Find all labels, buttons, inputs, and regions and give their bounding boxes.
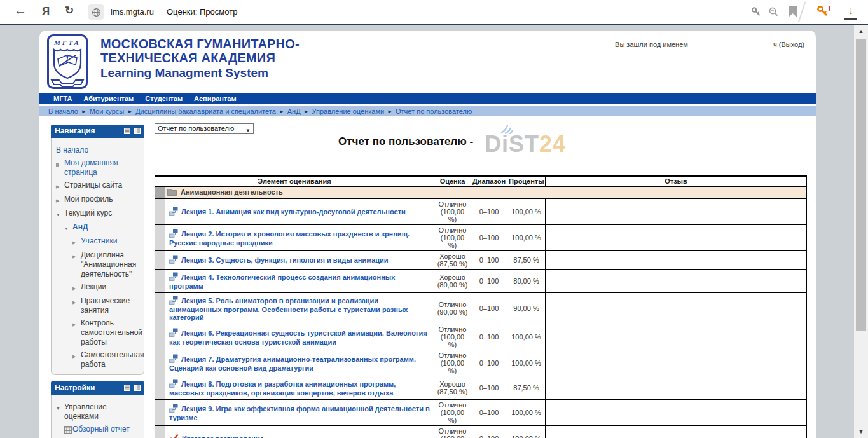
scroll-down-icon[interactable]: ▼ (854, 428, 868, 435)
bookmark-icon[interactable] (789, 6, 797, 20)
page-search-icon[interactable] (768, 6, 780, 20)
sidebar-item-current-course[interactable]: ▼Текущий курс (56, 209, 141, 219)
table-row: Итоговое тестирование Отлично(100,00 %) … (155, 426, 807, 438)
lesson-icon (169, 404, 178, 414)
chevron-right-icon[interactable]: ▶ (72, 318, 81, 347)
navigation-tree: В начало Моя домашняя страница ▶Страницы… (51, 138, 144, 375)
feedback-cell (546, 400, 807, 426)
grade-item-link[interactable]: Лекция 6. Рекреационная сущность туристс… (169, 329, 427, 346)
back-arrow-icon[interactable]: ← (14, 3, 27, 18)
logout-link[interactable]: ч (Выход) (773, 41, 804, 48)
dist24-watermark: DiST24 (485, 131, 566, 158)
breadcrumb-separator-icon: ► (81, 109, 86, 114)
grade-item-link[interactable]: Лекция 2. История и хронология массовых … (169, 230, 410, 247)
chevron-right-icon[interactable]: ▶ (72, 250, 81, 279)
mgta-logo: МГТА (47, 34, 88, 92)
breadcrumb-home[interactable]: В начало (48, 107, 78, 115)
sidebar-item-lectures[interactable]: ▶Лекции (72, 282, 141, 293)
sidebar-item-my-courses[interactable]: ▶Мои курсы (56, 373, 141, 375)
chevron-right-icon[interactable]: ▶ (56, 373, 64, 375)
alert-badge: ! (828, 4, 830, 13)
dock-block-icon[interactable] (134, 128, 141, 134)
chevron-right-icon[interactable]: ▶ (56, 195, 64, 205)
chevron-right-icon[interactable]: ▶ (72, 350, 81, 369)
breadcrumb-grade-admin[interactable]: Управление оценками (312, 107, 385, 115)
indent-cell (155, 426, 165, 438)
breadcrumb-separator-icon: ► (304, 109, 309, 114)
grade-item-link[interactable]: Лекция 7. Драматургия анимационно-театра… (169, 355, 416, 372)
chevron-right-icon[interactable]: ▶ (56, 181, 64, 191)
report-type-select[interactable]: Отчет по пользователю ▼ (155, 123, 254, 134)
yandex-logo[interactable]: Я (42, 5, 50, 18)
key-icon[interactable] (750, 6, 762, 20)
lesson-icon (169, 328, 178, 338)
password-alert-icon[interactable] (816, 5, 829, 20)
navigation-block-header: Навигация (51, 125, 144, 138)
breadcrumb: В начало►Мои курсы►Дисциплины бакалавриа… (39, 106, 816, 116)
grade-report-page: { "browser": { "url": "lms.mgta.ru", "pa… (0, 0, 868, 438)
settings-block-header: Настройки (51, 381, 144, 395)
sidebar-item-control[interactable]: ▶Контроль самостоятельной работы (72, 318, 141, 347)
grade-item-link[interactable]: Лекция 4. Технологический процесс создан… (169, 273, 395, 290)
table-row: Лекция 3. Сущность, функция, типология и… (155, 251, 807, 270)
sidebar-item-practical[interactable]: ▶Практические занятия (72, 296, 141, 315)
sidebar-item-grader-report[interactable]: Обзорный отчет (64, 425, 141, 436)
collapse-block-icon[interactable] (124, 385, 130, 391)
col-header-range: Диапазон (471, 176, 507, 186)
refresh-icon[interactable]: ↻ (65, 4, 74, 17)
lesson-icon (169, 379, 178, 389)
table-row: Лекция 2. История и хронология массовых … (155, 225, 807, 251)
sidebar-item-discipline[interactable]: ▶Дисциплина "Анимационная деятельность" (72, 250, 141, 279)
sidebar-item-participants[interactable]: ▶Участники (72, 236, 141, 247)
sidebar-item-selfwork[interactable]: ▶Самостоятельная работа (72, 350, 141, 369)
download-icon[interactable]: ↓ (844, 4, 857, 20)
breadcrumb-disciplines[interactable]: Дисциплины бакалавриата и специалитета (135, 107, 276, 115)
grade-item-link[interactable]: Лекция 3. Сущность, функция, типология и… (181, 256, 389, 264)
chevron-down-icon[interactable]: ▼ (64, 222, 72, 233)
indent-cell (155, 293, 165, 324)
settings-block-title: Настройки (55, 383, 95, 392)
table-row: Лекция 6. Рекреационная сущность туристс… (155, 324, 807, 350)
sidebar-item-home[interactable]: В начало (56, 146, 141, 155)
breadcrumb-separator-icon: ► (387, 109, 392, 114)
nav-item-abiturientam[interactable]: Абитуриентам (83, 93, 134, 104)
grade-item-link[interactable]: Итоговое тестирование (182, 435, 264, 438)
table-row: Лекция 7. Драматургия анимационно-театра… (155, 350, 807, 376)
page-scrollbar[interactable]: ▲ ▼ (854, 25, 868, 438)
category-row: Анимационная деятельность (155, 186, 807, 199)
breadcrumb-user-report[interactable]: Отчет по пользователю (396, 107, 472, 115)
sidebar-item-site-pages[interactable]: ▶Страницы сайта (56, 181, 141, 191)
report-table-icon (64, 425, 72, 436)
sidebar-item-my-home[interactable]: Моя домашняя страница (56, 158, 141, 177)
breadcrumb-my-courses[interactable]: Мои курсы (90, 107, 124, 115)
nav-item-mgta[interactable]: МГТА (53, 93, 72, 104)
chevron-down-icon[interactable]: ▼ (56, 402, 64, 421)
grade-item-link[interactable]: Лекция 9. Игра как эффективная форма ани… (169, 405, 430, 421)
dock-block-icon[interactable] (134, 385, 141, 391)
settings-tree: ▼Управление оценками Обзорный отчет Отче… (51, 395, 144, 438)
scroll-up-icon[interactable]: ▲ (854, 28, 868, 34)
nav-item-aspirantam[interactable]: Аспирантам (194, 93, 236, 104)
chevron-right-icon[interactable]: ▶ (72, 282, 81, 293)
top-navbar: МГТА Абитуриентам Студентам Аспирантам (39, 93, 816, 104)
grade-item-link[interactable]: Лекция 1. Анимация как вид культурно-дос… (181, 208, 406, 216)
square-bullet-icon (56, 158, 64, 177)
breadcrumb-course[interactable]: АнД (287, 107, 301, 115)
grade-item-link[interactable]: Лекция 5. Роль аниматоров в организации … (169, 297, 408, 321)
scrollbar-thumb[interactable] (856, 39, 866, 331)
breadcrumb-separator-icon: ► (127, 109, 132, 114)
chevron-right-icon[interactable]: ▶ (72, 296, 81, 315)
nav-item-studentam[interactable]: Студентам (145, 93, 183, 104)
address-url[interactable]: lms.mgta.ru (111, 7, 154, 17)
indent-cell (155, 270, 165, 293)
chevron-right-icon[interactable]: ▶ (72, 236, 81, 247)
sidebar-item-my-profile[interactable]: ▶Мой профиль (56, 195, 141, 205)
chevron-down-icon[interactable]: ▼ (56, 209, 64, 219)
sidebar-item-and-course[interactable]: ▼АнД (64, 222, 141, 233)
collapse-block-icon[interactable] (124, 128, 130, 134)
table-row: Лекция 1. Анимация как вид культурно-дос… (155, 199, 807, 225)
tab-edge (798, 2, 806, 23)
sidebar-item-grade-admin[interactable]: ▼Управление оценками (56, 402, 141, 421)
grade-item-link[interactable]: Лекция 8. Подготовка и разработка анимац… (169, 380, 396, 397)
feedback-cell (546, 376, 807, 400)
